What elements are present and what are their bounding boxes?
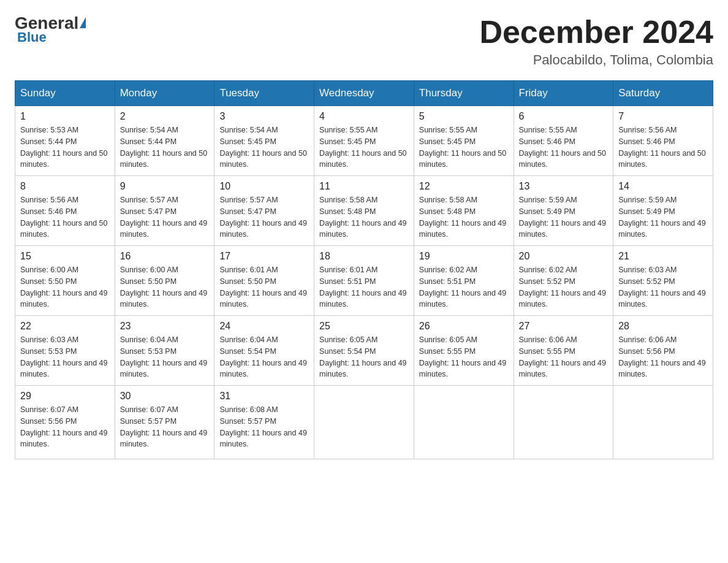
- calendar-cell: 2 Sunrise: 5:54 AM Sunset: 5:44 PM Dayli…: [115, 106, 214, 176]
- calendar-cell: 28 Sunrise: 6:06 AM Sunset: 5:56 PM Dayl…: [613, 316, 713, 386]
- day-number: 15: [20, 251, 110, 262]
- calendar-cell: 19 Sunrise: 6:02 AM Sunset: 5:51 PM Dayl…: [414, 246, 514, 316]
- day-info: Sunrise: 5:54 AM Sunset: 5:44 PM Dayligh…: [120, 124, 210, 170]
- header-tuesday: Tuesday: [214, 81, 314, 106]
- calendar-cell: 30 Sunrise: 6:07 AM Sunset: 5:57 PM Dayl…: [115, 386, 214, 459]
- day-number: 31: [219, 391, 309, 402]
- header-saturday: Saturday: [613, 81, 713, 106]
- calendar-cell: [314, 386, 414, 459]
- header-friday: Friday: [514, 81, 613, 106]
- location-title: Palocabildo, Tolima, Colombia: [479, 52, 713, 68]
- week-row-1: 1 Sunrise: 5:53 AM Sunset: 5:44 PM Dayli…: [15, 106, 713, 176]
- day-number: 19: [419, 251, 509, 262]
- day-info: Sunrise: 6:06 AM Sunset: 5:55 PM Dayligh…: [519, 334, 609, 380]
- day-info: Sunrise: 5:56 AM Sunset: 5:46 PM Dayligh…: [618, 124, 708, 170]
- header-sunday: Sunday: [15, 81, 115, 106]
- day-number: 25: [319, 321, 409, 332]
- week-row-5: 29 Sunrise: 6:07 AM Sunset: 5:56 PM Dayl…: [15, 386, 713, 459]
- day-info: Sunrise: 6:06 AM Sunset: 5:56 PM Dayligh…: [618, 334, 708, 380]
- day-number: 11: [319, 181, 409, 192]
- day-info: Sunrise: 5:54 AM Sunset: 5:45 PM Dayligh…: [219, 124, 309, 170]
- title-section: December 2024 Palocabildo, Tolima, Colom…: [479, 15, 713, 68]
- calendar-cell: 24 Sunrise: 6:04 AM Sunset: 5:54 PM Dayl…: [214, 316, 314, 386]
- day-number: 17: [219, 251, 309, 262]
- calendar-cell: 29 Sunrise: 6:07 AM Sunset: 5:56 PM Dayl…: [15, 386, 115, 459]
- day-info: Sunrise: 5:55 AM Sunset: 5:45 PM Dayligh…: [419, 124, 509, 170]
- week-row-4: 22 Sunrise: 6:03 AM Sunset: 5:53 PM Dayl…: [15, 316, 713, 386]
- calendar-cell: 5 Sunrise: 5:55 AM Sunset: 5:45 PM Dayli…: [414, 106, 514, 176]
- calendar-cell: 13 Sunrise: 5:59 AM Sunset: 5:49 PM Dayl…: [514, 176, 613, 246]
- day-info: Sunrise: 6:07 AM Sunset: 5:57 PM Dayligh…: [120, 404, 210, 450]
- calendar-cell: 27 Sunrise: 6:06 AM Sunset: 5:55 PM Dayl…: [514, 316, 613, 386]
- day-number: 4: [319, 111, 409, 122]
- calendar-table: SundayMondayTuesdayWednesdayThursdayFrid…: [15, 80, 713, 459]
- day-number: 24: [219, 321, 309, 332]
- day-info: Sunrise: 6:03 AM Sunset: 5:53 PM Dayligh…: [20, 334, 110, 380]
- calendar-cell: 25 Sunrise: 6:05 AM Sunset: 5:54 PM Dayl…: [314, 316, 414, 386]
- calendar-cell: 4 Sunrise: 5:55 AM Sunset: 5:45 PM Dayli…: [314, 106, 414, 176]
- day-info: Sunrise: 6:04 AM Sunset: 5:54 PM Dayligh…: [219, 334, 309, 380]
- day-number: 3: [219, 111, 309, 122]
- header-wednesday: Wednesday: [314, 81, 414, 106]
- day-info: Sunrise: 5:58 AM Sunset: 5:48 PM Dayligh…: [319, 194, 409, 240]
- calendar-cell: 21 Sunrise: 6:03 AM Sunset: 5:52 PM Dayl…: [613, 246, 713, 316]
- day-number: 9: [120, 181, 210, 192]
- day-number: 8: [20, 181, 110, 192]
- logo: General Blue: [15, 15, 86, 45]
- day-number: 30: [120, 391, 210, 402]
- day-number: 1: [20, 111, 110, 122]
- calendar-cell: 7 Sunrise: 5:56 AM Sunset: 5:46 PM Dayli…: [613, 106, 713, 176]
- logo-blue-text: Blue: [17, 29, 47, 45]
- calendar-cell: 3 Sunrise: 5:54 AM Sunset: 5:45 PM Dayli…: [214, 106, 314, 176]
- day-number: 12: [419, 181, 509, 192]
- day-info: Sunrise: 5:57 AM Sunset: 5:47 PM Dayligh…: [120, 194, 210, 240]
- calendar-cell: 22 Sunrise: 6:03 AM Sunset: 5:53 PM Dayl…: [15, 316, 115, 386]
- day-number: 18: [319, 251, 409, 262]
- day-info: Sunrise: 5:58 AM Sunset: 5:48 PM Dayligh…: [419, 194, 509, 240]
- page-header: General Blue December 2024 Palocabildo, …: [15, 15, 713, 68]
- calendar-cell: 17 Sunrise: 6:01 AM Sunset: 5:50 PM Dayl…: [214, 246, 314, 316]
- day-info: Sunrise: 6:02 AM Sunset: 5:51 PM Dayligh…: [419, 264, 509, 310]
- calendar-cell: 15 Sunrise: 6:00 AM Sunset: 5:50 PM Dayl…: [15, 246, 115, 316]
- day-info: Sunrise: 5:56 AM Sunset: 5:46 PM Dayligh…: [20, 194, 110, 240]
- calendar-cell: 12 Sunrise: 5:58 AM Sunset: 5:48 PM Dayl…: [414, 176, 514, 246]
- calendar-header-row: SundayMondayTuesdayWednesdayThursdayFrid…: [15, 81, 713, 106]
- day-number: 16: [120, 251, 210, 262]
- day-info: Sunrise: 5:59 AM Sunset: 5:49 PM Dayligh…: [519, 194, 609, 240]
- calendar-cell: 18 Sunrise: 6:01 AM Sunset: 5:51 PM Dayl…: [314, 246, 414, 316]
- day-number: 5: [419, 111, 509, 122]
- day-info: Sunrise: 6:05 AM Sunset: 5:55 PM Dayligh…: [419, 334, 509, 380]
- header-thursday: Thursday: [414, 81, 514, 106]
- month-title: December 2024: [479, 15, 713, 50]
- day-number: 20: [519, 251, 609, 262]
- day-info: Sunrise: 5:53 AM Sunset: 5:44 PM Dayligh…: [20, 124, 110, 170]
- day-info: Sunrise: 6:02 AM Sunset: 5:52 PM Dayligh…: [519, 264, 609, 310]
- day-number: 14: [618, 181, 708, 192]
- day-number: 27: [519, 321, 609, 332]
- day-number: 13: [519, 181, 609, 192]
- calendar-cell: 31 Sunrise: 6:08 AM Sunset: 5:57 PM Dayl…: [214, 386, 314, 459]
- day-number: 29: [20, 391, 110, 402]
- calendar-cell: [613, 386, 713, 459]
- day-info: Sunrise: 5:55 AM Sunset: 5:46 PM Dayligh…: [519, 124, 609, 170]
- day-number: 21: [618, 251, 708, 262]
- day-info: Sunrise: 6:04 AM Sunset: 5:53 PM Dayligh…: [120, 334, 210, 380]
- day-info: Sunrise: 6:00 AM Sunset: 5:50 PM Dayligh…: [20, 264, 110, 310]
- day-info: Sunrise: 6:03 AM Sunset: 5:52 PM Dayligh…: [618, 264, 708, 310]
- week-row-3: 15 Sunrise: 6:00 AM Sunset: 5:50 PM Dayl…: [15, 246, 713, 316]
- day-number: 7: [618, 111, 708, 122]
- day-info: Sunrise: 6:01 AM Sunset: 5:51 PM Dayligh…: [319, 264, 409, 310]
- day-number: 22: [20, 321, 110, 332]
- calendar-cell: 6 Sunrise: 5:55 AM Sunset: 5:46 PM Dayli…: [514, 106, 613, 176]
- day-number: 26: [419, 321, 509, 332]
- calendar-cell: 10 Sunrise: 5:57 AM Sunset: 5:47 PM Dayl…: [214, 176, 314, 246]
- calendar-cell: 11 Sunrise: 5:58 AM Sunset: 5:48 PM Dayl…: [314, 176, 414, 246]
- header-monday: Monday: [115, 81, 214, 106]
- day-info: Sunrise: 6:07 AM Sunset: 5:56 PM Dayligh…: [20, 404, 110, 450]
- calendar-cell: [414, 386, 514, 459]
- calendar-cell: [514, 386, 613, 459]
- day-info: Sunrise: 6:08 AM Sunset: 5:57 PM Dayligh…: [219, 404, 309, 450]
- calendar-cell: 20 Sunrise: 6:02 AM Sunset: 5:52 PM Dayl…: [514, 246, 613, 316]
- day-number: 6: [519, 111, 609, 122]
- calendar-cell: 26 Sunrise: 6:05 AM Sunset: 5:55 PM Dayl…: [414, 316, 514, 386]
